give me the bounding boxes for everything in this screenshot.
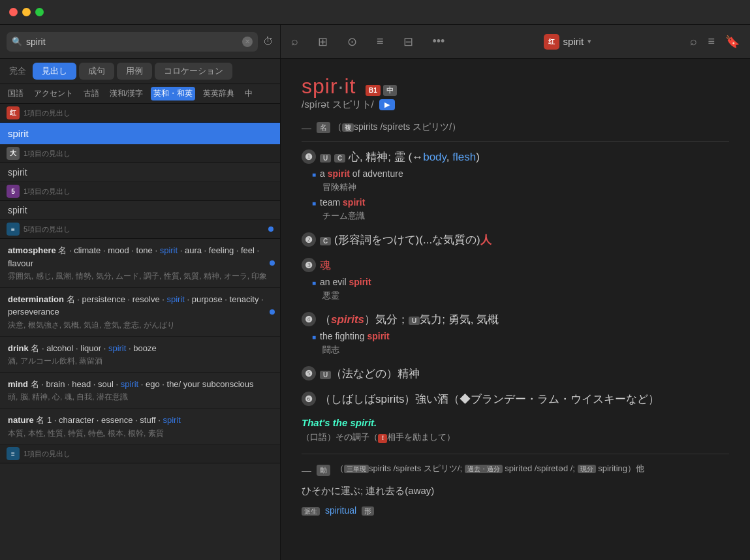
- definition-4: ❹ （spirits）気分；U気力; 勇気, 気概 ■ the fighting…: [302, 312, 729, 356]
- def-tags-5: U（法などの）精神: [320, 366, 420, 381]
- tab-collocations[interactable]: コロケーション: [155, 63, 232, 80]
- menu-right-icon[interactable]: ≡: [708, 35, 715, 48]
- num-badge-4: ❹: [302, 312, 316, 326]
- def-tags-1: U C 心, 精神; 霊 (↔body, flesh): [320, 149, 480, 164]
- thesaurus-main-0: atmosphere 名 · climate · mood · tone · s…: [8, 244, 272, 270]
- example-jp: チーム意識: [322, 210, 729, 222]
- search-box[interactable]: 🔍 ✕: [7, 32, 258, 52]
- pron-text: /spírət スピリト/: [302, 99, 374, 111]
- num-badge-2: ❷: [302, 232, 316, 247]
- list-item-spirit-selected[interactable]: spirit: [0, 123, 280, 144]
- example-jp: 悪霊: [322, 290, 729, 302]
- bookmark-right-icon[interactable]: 🔖: [725, 35, 740, 49]
- list-item[interactable]: drink 名 · alcohol · liquor · spirit · bo…: [0, 337, 280, 373]
- search-toolbar-icon[interactable]: ⌕: [291, 35, 298, 48]
- def-num-1: ❶ U C 心, 精神; 霊 (↔body, flesh): [302, 149, 729, 164]
- toolbar-right: ⌕ ≡ 🔖: [690, 35, 740, 49]
- num-badge-1: ❶: [302, 149, 316, 164]
- list-item-spirit-3[interactable]: spirit: [0, 201, 280, 220]
- list-item[interactable]: nature 名 1 · character · essence · stuff…: [0, 409, 280, 444]
- example-en: the fighting spirit: [320, 331, 390, 341]
- example-line: ■ the fighting spirit: [312, 331, 729, 341]
- definition-2: ❷ C (形容詞をつけて)(...な気質の)人: [302, 232, 729, 247]
- list-item[interactable]: atmosphere 名 · climate · mood · tone · s…: [0, 239, 280, 288]
- history-toolbar-icon[interactable]: ⊙: [347, 35, 357, 49]
- example-en: team spirit: [320, 197, 365, 208]
- pos-noun-line: — 名 （複spirits /spírets スピリツ/）: [302, 121, 729, 133]
- filter-kokugo[interactable]: 国語: [5, 87, 26, 101]
- examples-3: ■ an evil spirit 悪霊: [312, 277, 729, 302]
- idiom-note-2: 相手を励まして）: [387, 432, 455, 442]
- titlebar: [0, 0, 750, 25]
- example-line: ■ team spirit: [312, 197, 729, 208]
- pos-verb-line: — 動 （三単現spirits /spírets スピリツ/; 過去・過分 sp…: [302, 462, 729, 478]
- def-num-5: ❺ U（法などの）精神: [302, 366, 729, 381]
- minimize-button[interactable]: [22, 8, 31, 16]
- example-en: an evil spirit: [320, 277, 371, 287]
- toolbar-left: ⌕ ⊞ ⊙ ≡ ⊟ •••: [291, 35, 445, 49]
- thesaurus-main-3: mind 名 · brain · head · soul · spirit · …: [8, 378, 272, 391]
- filter-accent[interactable]: アクセント: [31, 87, 76, 101]
- divider-2: [302, 454, 729, 454]
- maximize-button[interactable]: [35, 8, 44, 16]
- bullet-icon: ■: [312, 171, 316, 178]
- chevron-down-icon[interactable]: ▾: [587, 37, 591, 46]
- section-label-2: 1項目の見出し: [23, 149, 70, 159]
- list-toolbar-icon[interactable]: ≡: [377, 35, 384, 48]
- definition-1: ❶ U C 心, 精神; 霊 (↔body, flesh) ■ a spirit…: [302, 149, 729, 222]
- thesaurus-sub-1: 決意, 根気強さ, 気概, 気迫, 意気, 意志, がんばり: [8, 320, 272, 331]
- columns-toolbar-icon[interactable]: ⊟: [403, 35, 413, 49]
- bullet-icon: ■: [312, 334, 316, 341]
- def-soul: 魂: [320, 258, 331, 273]
- tab-headword[interactable]: 見出し: [33, 63, 76, 80]
- section-label-4: 5項目の見出し: [23, 225, 70, 234]
- history-icon[interactable]: ⏱: [263, 36, 273, 48]
- list-item[interactable]: determination 名 · persistence · resolve …: [0, 288, 280, 337]
- that-spirit-line: That's the spirit.: [302, 417, 729, 429]
- right-toolbar: ⌕ ⊞ ⊙ ≡ ⊟ ••• 红 spirit ▾ ⌕ ≡ 🔖: [281, 25, 750, 59]
- tab-phrases[interactable]: 成句: [79, 63, 114, 80]
- idiom-text: That's the spirit.: [302, 417, 377, 428]
- idiom-badge: ！: [378, 434, 387, 443]
- list-item[interactable]: mind 名 · brain · head · soul · spirit · …: [0, 373, 280, 409]
- sidebar: 🔍 ✕ ⏱ 完全 見出し 成句 用例 コロケーション 国語 アクセント 古語 漢…: [0, 25, 281, 560]
- num-badge-3: ❸: [302, 258, 316, 272]
- search-right-icon[interactable]: ⌕: [690, 35, 697, 48]
- clear-button[interactable]: ✕: [242, 37, 253, 47]
- def-num-4: ❹ （spirits）気分；U気力; 勇気, 気概: [302, 312, 729, 327]
- badge-b1: B1: [366, 85, 381, 96]
- play-button[interactable]: ▶: [379, 99, 395, 110]
- bullet-icon: ■: [312, 200, 316, 207]
- filter-eiei[interactable]: 英英辞典: [200, 87, 237, 101]
- filter-kanji[interactable]: 漢和/漢字: [107, 87, 146, 101]
- pronunciation: /spírət スピリト/ ▶: [302, 99, 729, 111]
- app-body: 🔍 ✕ ⏱ 完全 見出し 成句 用例 コロケーション 国語 アクセント 古語 漢…: [0, 25, 750, 560]
- more-toolbar-icon[interactable]: •••: [433, 35, 445, 48]
- pos-dash: —: [302, 122, 311, 133]
- book-toolbar-icon[interactable]: ⊞: [318, 35, 328, 49]
- filter-kogo[interactable]: 古語: [81, 87, 102, 101]
- tab-all[interactable]: 完全: [5, 63, 30, 80]
- example-line: ■ a spirit of adventure: [312, 168, 729, 179]
- list-item-spirit-2[interactable]: spirit: [0, 163, 280, 182]
- idiom-block: That's the spirit. （口語）その調子（！相手を励まして）: [302, 417, 729, 443]
- pos-dash-2: —: [302, 465, 311, 476]
- tab-examples[interactable]: 用例: [117, 63, 152, 80]
- thesaurus-main-1: determination 名 · persistence · resolve …: [8, 293, 272, 319]
- right-panel: ⌕ ⊞ ⊙ ≡ ⊟ ••• 红 spirit ▾ ⌕ ≡ 🔖 spir·i: [281, 25, 750, 560]
- def-num-3: ❸ 魂: [302, 258, 729, 273]
- search-input[interactable]: [26, 37, 238, 47]
- filter-eiwa[interactable]: 英和・和英: [151, 87, 195, 101]
- idiom-note: （口語）その調子（！相手を励まして）: [302, 431, 729, 443]
- num-badge-5: ❺: [302, 366, 316, 381]
- section-label-1: 1項目の見出し: [23, 108, 70, 118]
- definition-6: ❻ （しばしばspirits）強い酒（◆ブランデー・ラム・ウイスキーなど）: [302, 392, 729, 407]
- close-button[interactable]: [9, 8, 18, 16]
- example-jp: 冒険精神: [322, 181, 729, 193]
- dict-center-title: spirit: [563, 36, 584, 47]
- section-dot: [268, 226, 273, 232]
- filter-chuu[interactable]: 中: [242, 87, 255, 101]
- toolbar-center: 红 spirit ▾: [544, 34, 592, 50]
- verb-section: — 動 （三単現spirits /spírets スピリツ/; 過去・過分 sp…: [302, 462, 729, 497]
- section-header-4: ≡ 5項目の見出し: [0, 220, 280, 239]
